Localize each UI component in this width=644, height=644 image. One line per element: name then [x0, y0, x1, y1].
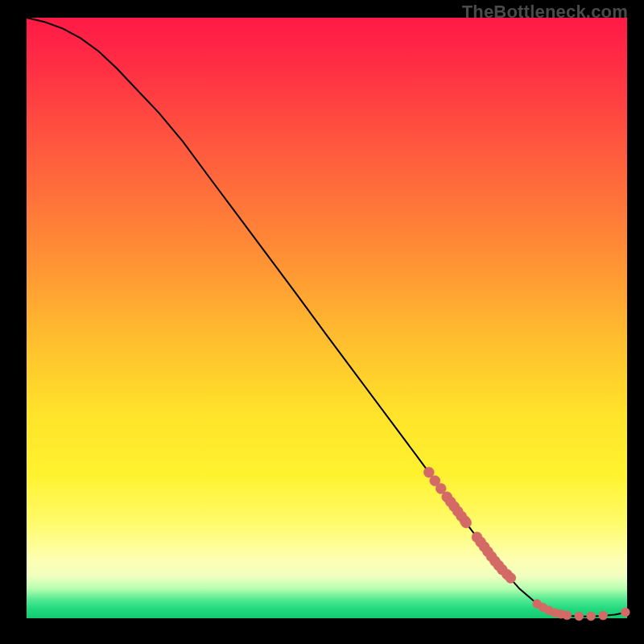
data-marker — [621, 608, 630, 617]
marker-group — [423, 467, 630, 621]
data-marker — [599, 611, 608, 620]
watermark-text: TheBottleneck.com — [462, 2, 628, 23]
chart-stage: TheBottleneck.com — [0, 0, 644, 644]
curve-line — [27, 18, 627, 617]
data-marker — [563, 611, 572, 620]
data-marker — [575, 612, 584, 621]
data-marker — [461, 518, 472, 528]
chart-svg — [27, 18, 627, 618]
plot-area — [27, 18, 627, 618]
data-marker — [506, 573, 516, 584]
data-marker — [587, 612, 596, 621]
